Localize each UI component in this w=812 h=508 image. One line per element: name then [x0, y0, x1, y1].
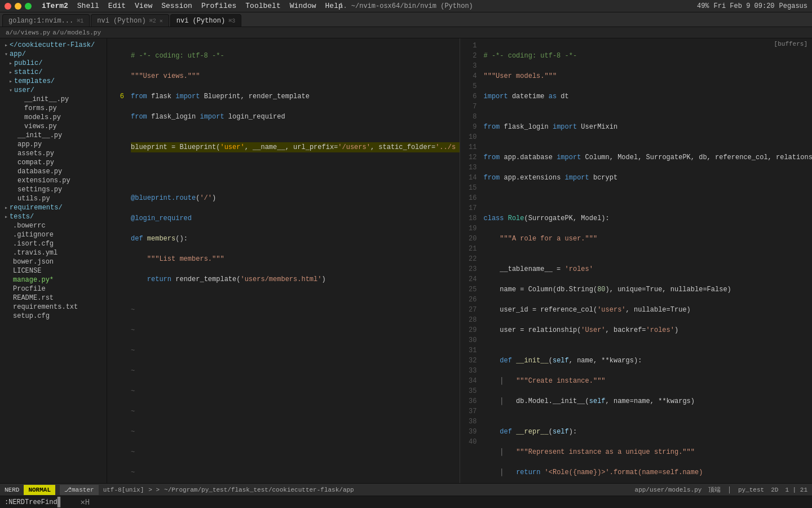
nerd-indicator: NERD [5, 487, 19, 493]
code-left[interactable]: # -*- coding: utf-8 -*- """User views.""… [127, 38, 460, 483]
tab-nvi-python-3[interactable]: nvi (Python) ⌘3 [170, 14, 241, 27]
menu-iterm2[interactable]: iTerm2 [38, 2, 72, 10]
tree-item-label: README.rst [13, 294, 54, 302]
tree-item-utils[interactable]: utils.py [0, 194, 107, 203]
tree-item-init-app[interactable]: __init__.py [0, 131, 107, 140]
spacer [9, 178, 16, 184]
tree-item-label: bower.json [13, 258, 54, 266]
tree-item-label: forms.py [24, 104, 57, 112]
tree-item-templates[interactable]: ▸ templates/ [0, 77, 107, 86]
tree-item-label: requirements/ [10, 204, 63, 212]
buffers-label: [buffers] [774, 41, 807, 47]
tree-item-procfile[interactable]: Procfile [0, 284, 107, 294]
tree-item-manage[interactable]: manage.py* [0, 275, 107, 284]
tree-item-static[interactable]: ▸ static/ [0, 68, 107, 77]
cwd-path: ~/Program/py_test/flask_test/cookiecutte… [164, 487, 354, 493]
status-bar: NERD NORMAL ⎇ master utf-8[unix] > > ~/P… [0, 483, 812, 496]
file-top: 顶端 [708, 485, 721, 494]
spacer [9, 133, 16, 139]
tree-item-license[interactable]: LICENSE [0, 266, 107, 275]
tab-nvi-python-2[interactable]: nvi (Python) ⌘2 ✕ [91, 14, 169, 27]
maximize-button[interactable] [25, 3, 32, 10]
spacer [9, 169, 16, 175]
menu-edit[interactable]: Edit [105, 2, 129, 10]
tree-item-public[interactable]: ▸ public/ [0, 59, 107, 68]
tree-item-label: extensions.py [17, 177, 70, 185]
tree-item-apppy[interactable]: app.py [0, 140, 107, 149]
spacer [5, 250, 11, 256]
editor-left[interactable]: 6 [107, 38, 460, 483]
menu-toolbelt[interactable]: Toolbelt [242, 2, 284, 10]
close-button[interactable] [5, 3, 11, 10]
main-area: ▸ </cookiecutter-Flask/ ▾ app/ ▸ public/… [0, 38, 812, 483]
tree-item-label: utils.py [17, 195, 50, 203]
tree-item-label: LICENSE [13, 267, 41, 275]
tree-item-tests[interactable]: ▸ tests/ [0, 212, 107, 221]
tree-item-travis[interactable]: .travis.yml [0, 248, 107, 257]
tree-item-bower[interactable]: bower.json [0, 257, 107, 266]
breadcrumb-sep: a/u/models.py [52, 29, 101, 36]
tree-item-label: app/ [10, 50, 26, 58]
tree-arrow-icon: ▸ [9, 69, 12, 76]
tree-arrow-icon: ▸ [9, 78, 12, 85]
tree-item-views[interactable]: views.py [0, 122, 107, 131]
menu-shell[interactable]: Shell [74, 2, 103, 10]
spacer [16, 106, 23, 112]
tree-item-requirements[interactable]: ▸ requirements/ [0, 203, 107, 212]
py-test-info: py_test [738, 487, 764, 493]
spacer [9, 151, 16, 157]
tree-item-label: manage.py* [13, 276, 54, 284]
menu-session[interactable]: Session [158, 2, 196, 10]
spacer [5, 259, 11, 265]
line-numbers-right: 1 2 3 4 5 6 7 8 9 10 11 12 13 14 15 16 1 [460, 38, 480, 483]
tree-item-label: assets.py [17, 150, 54, 157]
code-right[interactable]: # -*- coding: utf-8 -*- """User models."… [480, 38, 813, 483]
spacer [5, 295, 11, 301]
status-right: app/user/models.py 顶端 │ py_test 2D 1 | 2… [635, 485, 807, 494]
tree-item-gitignore[interactable]: .gitignore [0, 230, 107, 239]
tree-item-label: models.py [24, 113, 61, 121]
tab-bar: golang:1:nvim... ⌘1 nvi (Python) ⌘2 ✕ nv… [0, 12, 812, 27]
menu-window[interactable]: Window [286, 2, 320, 10]
tree-item-database[interactable]: database.py [0, 167, 107, 176]
tree-item-compat[interactable]: compat.py [0, 158, 107, 167]
spacer [5, 277, 11, 283]
minimize-button[interactable] [15, 3, 21, 10]
menu-view[interactable]: View [131, 2, 156, 10]
tree-item-label: database.py [17, 168, 62, 176]
tree-arrow-icon: ▸ [5, 42, 8, 49]
tree-item-label: static/ [14, 68, 42, 76]
tree-item-settings[interactable]: settings.py [0, 185, 107, 194]
tree-item-models[interactable]: models.py [0, 113, 107, 122]
tree-item-readme[interactable]: README.rst [0, 294, 107, 303]
tab-kbd: ⌘3 [228, 17, 235, 24]
tree-item-label: .travis.yml [13, 249, 58, 257]
pos-info: 1 | 21 [785, 487, 807, 493]
tab-golang[interactable]: golang:1:nvim... ⌘1 [2, 14, 90, 27]
git-branch: ⎇ master [60, 485, 99, 495]
tree-item-requirements-txt[interactable]: requirements.txt [0, 303, 107, 312]
editor-right[interactable]: [buffers] 1 2 3 4 5 6 7 8 9 10 11 12 13 … [460, 38, 813, 483]
menu-profiles[interactable]: Profiles [198, 2, 240, 10]
tree-item-isort[interactable]: .isort.cfg [0, 239, 107, 248]
spacer [9, 196, 16, 202]
tree-item-cookiecutter[interactable]: ▸ </cookiecutter-Flask/ [0, 41, 107, 50]
tree-item-assets[interactable]: assets.py [0, 149, 107, 158]
tree-item-label: tests/ [10, 213, 34, 221]
tab-kbd: ⌘1 [77, 17, 83, 24]
spacer [16, 124, 23, 130]
tree-item-init-user[interactable]: __init__.py [0, 95, 107, 104]
tree-item-bowerrc[interactable]: .bowerrc [0, 221, 107, 230]
tree-item-forms[interactable]: forms.py [0, 104, 107, 113]
tab-close-icon[interactable]: ✕ [160, 17, 163, 24]
tree-item-label: settings.py [17, 186, 62, 194]
tree-item-label: </cookiecutter-Flask/ [10, 41, 95, 49]
tree-item-extensions[interactable]: extensions.py [0, 176, 107, 185]
editor-area: 6 [107, 38, 812, 483]
tree-item-app[interactable]: ▾ app/ [0, 50, 107, 59]
tree-arrow-icon: ▾ [5, 51, 8, 58]
breadcrumb: a/u/views.py a/u/models.py [0, 27, 812, 38]
tree-item-user[interactable]: ▾ user/ [0, 86, 107, 95]
tree-item-setup[interactable]: setup.cfg [0, 312, 107, 321]
tree-item-label: .gitignore [13, 231, 54, 239]
